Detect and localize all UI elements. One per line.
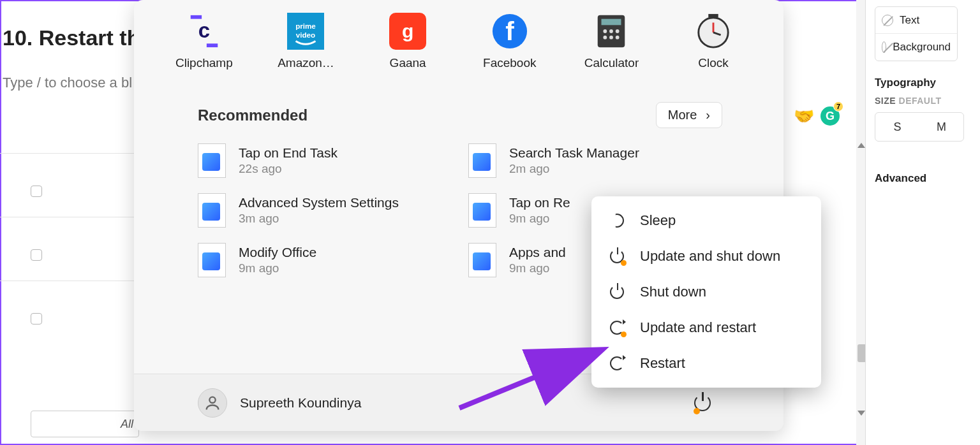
avatar-icon [198,388,227,418]
recommended-item[interactable]: Advanced System Settings 3m ago [198,193,462,228]
power-menu-label: Update and restart [640,319,756,336]
power-button[interactable] [692,392,713,414]
app-label: Calculator [584,56,639,70]
more-button[interactable]: More › [656,102,722,128]
recommended-time: 22s ago [239,162,338,176]
facebook-icon: f [491,13,528,50]
clock-icon [695,13,732,50]
recommended-title: Tap on Re [509,195,570,210]
app-label: Clock [698,56,729,70]
clipchamp-icon: c [186,13,223,50]
power-menu-sleep[interactable]: Sleep [591,203,821,238]
app-amazon-prime[interactable]: primevideo Amazon… [258,13,353,70]
scroll-up-icon[interactable] [858,140,865,148]
app-gaana[interactable]: g Gaana [360,13,456,70]
svg-point-20 [209,397,215,402]
recommended-time: 2m ago [509,162,639,176]
grammarly-icon[interactable]: G 7 [820,106,840,126]
document-icon [468,193,496,228]
app-label: Gaana [390,56,426,70]
power-menu-update-shutdown[interactable]: Update and shut down [591,238,821,274]
user-account-button[interactable]: Supreeth Koundinya [198,388,361,418]
gaana-icon: g [389,13,426,50]
pinned-apps-row: c Clipchamp primevideo Amazon… g Gaana f… [134,0,783,70]
color-opt-label: Text [900,14,919,27]
power-menu: Sleep Update and shut down Shut down Upd… [591,196,821,388]
size-segmented[interactable]: S M [875,112,964,142]
user-name: Supreeth Koundinya [240,395,361,411]
svg-text:c: c [198,18,210,42]
document-icon [468,243,496,277]
recommended-item[interactable]: Modify Office 9m ago [198,243,462,277]
power-menu-label: Restart [640,355,685,372]
document-icon [198,193,226,228]
document-icon [198,243,226,277]
svg-point-10 [604,29,607,33]
color-opt-text[interactable]: Text [875,7,957,34]
recommended-item[interactable]: Search Task Manager 2m ago [468,143,732,178]
power-menu-label: Sleep [640,212,676,229]
sleep-icon [608,212,626,230]
power-menu-restart[interactable]: Restart [591,346,821,381]
size-label: SIZE [875,96,896,106]
typography-heading: Typography [875,77,980,89]
chevron-right-icon: › [706,108,710,122]
app-label: Facebook [483,56,536,70]
recommended-time: 9m ago [239,261,316,275]
recommended-time: 9m ago [509,212,570,226]
grammarly-count: 7 [833,101,843,112]
power-menu-label: Update and shut down [640,248,780,265]
checkbox[interactable] [31,249,42,261]
checkbox[interactable] [31,313,42,325]
update-dot-icon [694,408,700,414]
handshake-icon: 🤝 [794,106,814,126]
amazon-prime-icon: primevideo [287,13,324,50]
advanced-heading[interactable]: Advanced [875,172,980,185]
filter-all-dropdown[interactable]: All [31,411,139,437]
color-options: Text Background [875,6,958,61]
svg-text:video: video [296,31,315,39]
color-opt-background[interactable]: Background [875,34,957,61]
svg-rect-1 [207,43,218,47]
svg-point-12 [616,29,620,33]
recommended-title: Modify Office [239,245,316,260]
recommended-title: Apps and [509,245,566,260]
size-row: SIZE DEFAULT [875,96,980,106]
svg-text:f: f [505,17,514,46]
power-menu-shutdown[interactable]: Shut down [591,274,821,310]
recommended-item[interactable]: Tap on End Task 22s ago [198,143,462,178]
recommended-time: 3m ago [239,212,399,226]
document-icon [468,143,496,178]
svg-rect-9 [602,19,621,26]
size-option-m[interactable]: M [919,113,963,141]
app-facebook[interactable]: f Facebook [462,13,558,70]
checkbox[interactable] [31,186,42,197]
scroll-down-icon[interactable] [858,411,865,418]
app-label: Clipchamp [175,56,233,70]
svg-rect-19 [708,14,718,18]
app-label: Amazon… [278,56,334,70]
grammarly-letter: G [826,110,835,123]
app-calculator[interactable]: Calculator [563,13,659,70]
restart-icon [608,354,626,372]
power-menu-update-restart[interactable]: Update and restart [591,310,821,346]
calculator-icon [593,13,630,50]
app-clock[interactable]: Clock [665,13,761,70]
svg-point-15 [616,36,620,40]
power-menu-label: Shut down [640,284,706,300]
style-sidebar: Text Background Typography SIZE DEFAULT … [865,0,980,445]
recommended-title: Advanced System Settings [239,195,399,210]
none-icon [882,15,893,26]
inline-badges: 🤝 G 7 [776,103,840,129]
power-icon [608,283,626,301]
recommended-header: Recommended More › [134,70,783,128]
size-option-s[interactable]: S [875,113,919,141]
more-label: More [668,108,697,122]
recommended-heading: Recommended [198,106,308,124]
app-clipchamp[interactable]: c Clipchamp [156,13,252,70]
power-icon [608,247,626,265]
none-icon [882,41,886,53]
recommended-title: Search Task Manager [509,145,639,161]
recommended-title: Tap on End Task [239,145,338,161]
color-opt-label: Background [893,41,951,54]
